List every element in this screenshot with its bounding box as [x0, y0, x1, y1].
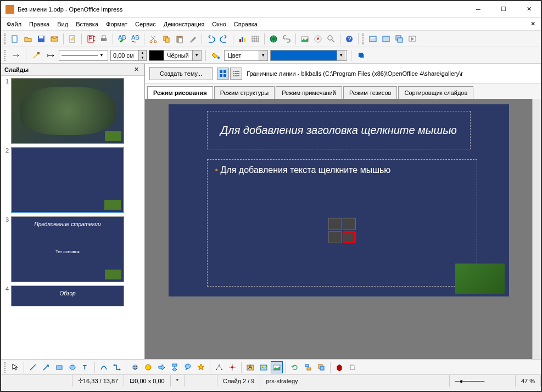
tab-sorter[interactable]: Сортировщик слайдов: [398, 86, 473, 99]
large-icons-button[interactable]: [217, 68, 229, 80]
line-width-spinner[interactable]: ▲▼: [110, 50, 147, 61]
line-icon[interactable]: [27, 361, 39, 373]
block-arrow-icon[interactable]: [155, 361, 167, 373]
title-placeholder[interactable]: Для добавления заголовка щелкните мышью: [207, 111, 471, 149]
toggle-icon[interactable]: [347, 361, 359, 373]
close-panel-icon[interactable]: ✕: [132, 66, 141, 73]
tab-handout[interactable]: Режим тезисов: [343, 86, 398, 99]
current-slide[interactable]: Для добавления заголовка щелкните мышью …: [169, 104, 509, 296]
text-icon[interactable]: T: [80, 361, 92, 373]
save-icon[interactable]: [35, 33, 47, 45]
menu-tools[interactable]: Сервис: [132, 19, 159, 29]
zoom-icon[interactable]: [325, 33, 337, 45]
duplicate-slide-icon[interactable]: [393, 33, 405, 45]
link-icon[interactable]: [281, 33, 293, 45]
toolbar-handle[interactable]: [4, 362, 7, 373]
star-icon[interactable]: [195, 361, 207, 373]
open-icon[interactable]: [22, 33, 34, 45]
arrange-icon[interactable]: [315, 361, 327, 373]
ellipse-icon[interactable]: [66, 361, 79, 373]
spellcheck-icon[interactable]: ABC: [116, 33, 128, 45]
slide-thumb[interactable]: 1: [3, 78, 142, 144]
tab-notes[interactable]: Режим примечаний: [276, 86, 342, 99]
slide-layout-icon[interactable]: [367, 33, 379, 45]
insert-chart-icon[interactable]: [343, 218, 356, 230]
rect-icon[interactable]: [53, 361, 65, 373]
connector-icon[interactable]: [111, 361, 123, 373]
slide-thumb[interactable]: 4 Обзор: [3, 285, 142, 306]
fill-type-combo[interactable]: Цвет▼: [224, 50, 268, 61]
edit-icon[interactable]: [66, 33, 79, 45]
fill-icon[interactable]: [210, 49, 222, 61]
fontwork-icon[interactable]: A: [244, 361, 256, 373]
insert-movie-icon[interactable]: [343, 231, 356, 243]
insert-table-icon[interactable]: [328, 218, 342, 230]
line-pattern-combo[interactable]: ▼: [59, 50, 108, 61]
close-doc-button[interactable]: ✕: [527, 20, 539, 27]
curve-icon[interactable]: [98, 361, 110, 373]
slide-design-icon[interactable]: [380, 33, 392, 45]
menu-slideshow[interactable]: Демонстрация: [160, 19, 208, 29]
help-icon[interactable]: ?: [343, 33, 355, 45]
select-icon[interactable]: [9, 361, 21, 373]
flowchart-icon[interactable]: [169, 361, 181, 373]
toolbar-handle[interactable]: [362, 33, 365, 44]
from-file-icon[interactable]: [258, 361, 270, 373]
body-placeholder[interactable]: Для добавления текста щелкните мышью: [207, 159, 477, 287]
line-width-input[interactable]: [111, 51, 138, 60]
list-view-button[interactable]: [230, 68, 242, 80]
arrowheads-icon[interactable]: [44, 49, 57, 61]
menu-file[interactable]: Файл: [3, 19, 25, 29]
shadow-icon[interactable]: [355, 49, 367, 61]
close-button[interactable]: ✕: [521, 3, 537, 15]
tab-drawing[interactable]: Режим рисования: [147, 86, 213, 99]
create-theme-button[interactable]: Создать тему...: [149, 67, 213, 80]
pdf-icon[interactable]: PDF: [85, 33, 97, 45]
menu-help[interactable]: Справка: [231, 19, 261, 29]
gluepoints-icon[interactable]: [226, 361, 238, 373]
menu-view[interactable]: Вид: [54, 19, 71, 29]
gallery-icon[interactable]: [271, 361, 283, 373]
brush-icon[interactable]: [187, 33, 199, 45]
minimize-button[interactable]: ─: [471, 3, 486, 15]
arrow-style-icon[interactable]: [10, 49, 22, 61]
status-zoom[interactable]: 47 %: [516, 375, 541, 387]
slide-thumb[interactable]: 2: [3, 147, 142, 213]
menu-format[interactable]: Формат: [103, 19, 131, 29]
maximize-button[interactable]: ☐: [496, 3, 511, 15]
hyperlink-icon[interactable]: [267, 33, 280, 45]
line-arrow-icon[interactable]: [40, 361, 52, 373]
rotate-icon[interactable]: [289, 361, 301, 373]
slideshow-icon[interactable]: [406, 33, 418, 45]
extrusion-icon[interactable]: [333, 361, 345, 373]
chart-icon[interactable]: [236, 33, 248, 45]
insert-image-icon[interactable]: [328, 231, 342, 243]
print-icon[interactable]: [98, 33, 110, 45]
status-zoom-slider[interactable]: ─●─────: [450, 375, 516, 387]
tab-outline[interactable]: Режим структуры: [214, 86, 275, 99]
table-icon[interactable]: [249, 33, 261, 45]
mail-icon[interactable]: [48, 33, 60, 45]
cut-icon[interactable]: [147, 33, 159, 45]
symbol-shapes-icon[interactable]: [142, 361, 154, 373]
autospell-icon[interactable]: ABC: [129, 33, 141, 45]
menu-window[interactable]: Окно: [209, 19, 230, 29]
toolbar-handle[interactable]: [4, 33, 7, 44]
align-icon[interactable]: [302, 361, 314, 373]
paste-icon[interactable]: [174, 33, 186, 45]
redo-icon[interactable]: [218, 33, 230, 45]
line-style-icon[interactable]: [30, 49, 42, 61]
slide-thumb[interactable]: 3 Предложение стратегииТег основок: [3, 216, 142, 282]
fill-color-combo[interactable]: ▼: [270, 50, 347, 61]
menu-insert[interactable]: Вставка: [72, 19, 102, 29]
points-icon[interactable]: [213, 361, 225, 373]
slide-canvas[interactable]: Для добавления заголовка щелкните мышью …: [145, 99, 541, 359]
menu-edit[interactable]: Правка: [26, 19, 53, 29]
toolbar-handle[interactable]: [4, 50, 7, 61]
copy-icon[interactable]: [160, 33, 172, 45]
callout-icon[interactable]: [182, 361, 194, 373]
gallery-icon[interactable]: [299, 33, 311, 45]
new-icon[interactable]: [9, 33, 21, 45]
undo-icon[interactable]: [205, 33, 217, 45]
line-color-combo[interactable]: Чёрный▼: [149, 50, 202, 61]
